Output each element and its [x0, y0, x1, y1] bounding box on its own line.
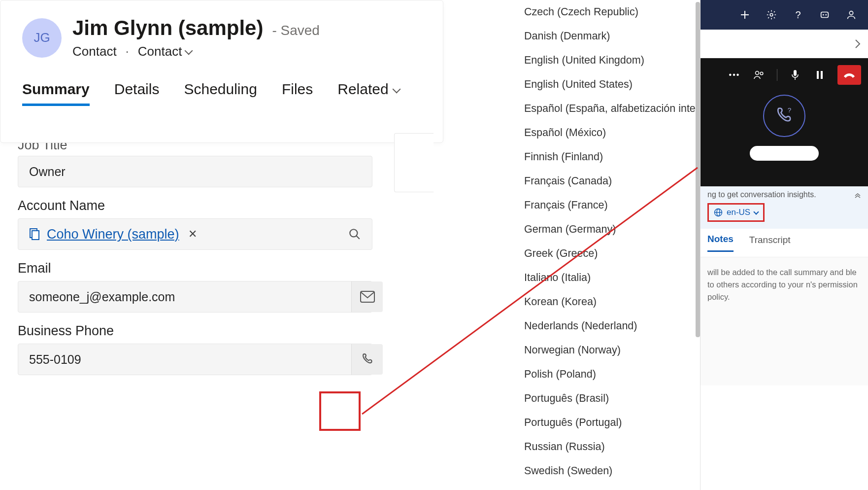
language-option[interactable]: Thai (Thailand)	[513, 483, 700, 490]
profile-icon[interactable]	[845, 9, 857, 21]
language-option[interactable]: Polish (Poland)	[513, 362, 700, 386]
tab-scheduling[interactable]: Scheduling	[184, 81, 257, 106]
svg-rect-15	[817, 71, 819, 79]
language-option[interactable]: Finnish (Finland)	[513, 145, 700, 169]
tab-files[interactable]: Files	[282, 81, 313, 106]
caller-avatar: ?	[763, 95, 805, 137]
divider	[777, 69, 777, 81]
tab-details[interactable]: Details	[114, 81, 160, 106]
language-option[interactable]: Español (España, alfabetización internac…	[513, 97, 700, 121]
saved-status: - Saved	[272, 23, 320, 38]
language-option[interactable]: English (United States)	[513, 72, 700, 97]
help-icon[interactable]: ?	[792, 9, 804, 21]
language-option[interactable]: Português (Portugal)	[513, 411, 700, 435]
entity-name: Contact	[72, 44, 117, 59]
business-phone-input[interactable]: 555-0109	[18, 344, 372, 375]
svg-point-10	[825, 14, 827, 16]
call-panel: ••• ?	[701, 58, 868, 186]
email-input[interactable]: someone_j@example.com	[18, 281, 372, 313]
caller-name-redacted	[750, 146, 819, 161]
tab-transcript[interactable]: Transcript	[749, 235, 791, 251]
svg-point-12	[756, 71, 759, 75]
account-name-label: Account Name	[18, 198, 372, 213]
language-option[interactable]: German (Germany)	[513, 217, 700, 242]
svg-point-2	[350, 229, 357, 237]
language-option[interactable]: Français (France)	[513, 193, 700, 217]
notes-body: will be added to the call summary and bl…	[701, 257, 868, 385]
tab-related[interactable]: Related	[337, 81, 399, 106]
scrollbar-thumb[interactable]	[696, 2, 700, 337]
microphone-icon[interactable]	[788, 68, 802, 82]
chevron-right-icon[interactable]	[854, 38, 861, 49]
settings-gear-icon[interactable]	[766, 9, 777, 21]
chevron-down-icon	[185, 46, 193, 55]
job-title-label: Job Title	[18, 143, 372, 153]
svg-text:?: ?	[788, 106, 791, 114]
language-option[interactable]: Russian (Russia)	[513, 435, 700, 459]
language-option[interactable]: Italiano (Italia)	[513, 266, 700, 290]
collapse-icon[interactable]	[854, 191, 861, 198]
tab-notes[interactable]: Notes	[707, 234, 734, 252]
form-fields: Job Title Owner Account Name Coho Winery…	[18, 143, 372, 375]
annotation-highlight-phone	[319, 391, 361, 431]
svg-point-9	[823, 14, 824, 16]
form-selector-dropdown[interactable]: Contact	[138, 44, 192, 59]
assistant-icon[interactable]	[819, 9, 831, 21]
clear-lookup-icon[interactable]: ✕	[188, 228, 197, 241]
svg-line-3	[356, 236, 360, 239]
language-option[interactable]: Czech (Czech Republic)	[513, 0, 700, 24]
account-entity-icon	[29, 228, 40, 241]
record-title: Jim Glynn (sample)	[72, 16, 263, 40]
svg-point-13	[760, 72, 763, 75]
record-header-panel: JG Jim Glynn (sample) - Saved Contact · …	[0, 0, 443, 143]
separator-dot: ·	[126, 44, 129, 59]
insights-text: ng to get conversation insights.	[707, 190, 816, 199]
insights-bar: ng to get conversation insights. en-US	[701, 186, 868, 229]
language-option[interactable]: Korean (Korea)	[513, 290, 700, 314]
language-option[interactable]: Português (Brasil)	[513, 386, 700, 411]
search-icon[interactable]	[348, 228, 361, 241]
app-top-bar: ?	[701, 0, 868, 30]
svg-rect-1	[32, 231, 39, 240]
account-link[interactable]: Coho Winery (sample)	[47, 227, 179, 242]
record-tabs: Summary Details Scheduling Files Related	[22, 81, 421, 106]
job-title-input[interactable]: Owner	[18, 156, 372, 187]
svg-point-7	[770, 13, 773, 16]
add-icon[interactable]	[739, 9, 751, 21]
participants-icon[interactable]	[752, 68, 766, 82]
panel-header	[701, 30, 868, 58]
business-phone-label: Business Phone	[18, 323, 372, 339]
account-name-lookup[interactable]: Coho Winery (sample) ✕	[18, 218, 372, 250]
pause-icon[interactable]	[813, 68, 827, 82]
language-selector[interactable]: en-US	[707, 203, 765, 222]
call-phone-button[interactable]	[351, 344, 383, 375]
send-email-button[interactable]	[351, 281, 383, 312]
chevron-down-icon	[392, 85, 401, 94]
language-option[interactable]: Norwegian (Norway)	[513, 338, 700, 362]
svg-point-11	[849, 11, 853, 15]
more-options-icon[interactable]: •••	[728, 68, 741, 82]
tab-summary[interactable]: Summary	[22, 81, 90, 106]
svg-rect-4	[361, 291, 374, 302]
language-option[interactable]: English (United Kingdom)	[513, 48, 700, 72]
language-option[interactable]: Danish (Denmark)	[513, 24, 700, 48]
language-option[interactable]: Français (Canada)	[513, 169, 700, 193]
partial-side-card	[394, 133, 434, 192]
language-option[interactable]: Greek (Greece)	[513, 242, 700, 266]
language-option[interactable]: Español (México)	[513, 121, 700, 145]
contact-avatar: JG	[22, 18, 62, 58]
svg-rect-14	[794, 70, 797, 76]
svg-rect-16	[821, 71, 823, 79]
globe-icon	[714, 208, 723, 217]
svg-rect-8	[821, 12, 829, 18]
email-label: Email	[18, 261, 372, 276]
hangup-button[interactable]	[837, 65, 861, 85]
language-option[interactable]: Swedish (Sweden)	[513, 459, 700, 483]
notes-tabs: Notes Transcript	[701, 229, 868, 257]
language-option[interactable]: Nederlands (Nederland)	[513, 314, 700, 338]
language-dropdown-list[interactable]: Czech (Czech Republic)Danish (Denmark)En…	[513, 0, 701, 490]
chevron-down-icon	[754, 209, 759, 214]
